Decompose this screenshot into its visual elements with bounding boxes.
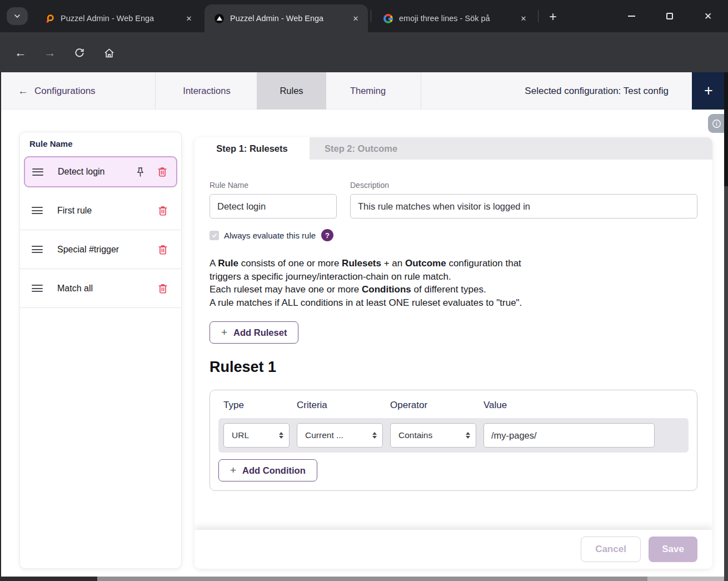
description-input[interactable] bbox=[350, 194, 697, 219]
nav-separator bbox=[421, 72, 421, 110]
rules-sidebar: Rule Name Detect login First rule bbox=[19, 132, 182, 569]
horizontal-scrollbar-thumb[interactable] bbox=[97, 577, 647, 581]
browser-window: Puzzel Admin - Web Enga ✕ Puzzel Admin -… bbox=[0, 0, 728, 581]
tab-google-search[interactable]: emoji three lines - Sök på ✕ bbox=[373, 4, 536, 32]
delete-rule-button[interactable] bbox=[156, 204, 169, 217]
delete-rule-button[interactable] bbox=[156, 243, 169, 256]
delete-rule-button[interactable] bbox=[156, 282, 169, 295]
description-label: Description bbox=[350, 181, 697, 190]
plus-icon: + bbox=[221, 326, 227, 339]
tab-search-button[interactable] bbox=[7, 7, 28, 25]
nav-separator bbox=[155, 72, 156, 110]
trash-icon bbox=[157, 205, 169, 217]
tab-step2-outcome[interactable]: Step 2: Outcome bbox=[310, 137, 397, 160]
condition-value-input[interactable] bbox=[483, 423, 655, 448]
condition-card: Type Criteria Operator Value URL Current… bbox=[210, 390, 697, 491]
plus-icon: + bbox=[230, 464, 236, 476]
pin-icon bbox=[134, 166, 146, 178]
sidebar-header: Rule Name bbox=[29, 139, 181, 148]
tab-puzzel-admin-2-active[interactable]: Puzzel Admin - Web Enga ✕ bbox=[205, 4, 368, 32]
app-top-nav: ← Configurations Interactions Rules Them… bbox=[1, 72, 725, 110]
delete-rule-button[interactable] bbox=[156, 165, 169, 178]
browser-toolbar: ← → localhost:3000/#/config/6cd93b6a-...… bbox=[0, 32, 728, 72]
operator-select-value: Contains bbox=[398, 430, 432, 440]
tab-separator bbox=[538, 10, 538, 22]
add-configuration-button[interactable]: + bbox=[692, 72, 725, 110]
nav-item-interactions[interactable]: Interactions bbox=[168, 72, 246, 110]
select-arrows-icon bbox=[466, 432, 470, 439]
condition-row: URL Current ... Contains bbox=[218, 418, 689, 453]
puzzel-logo-icon bbox=[44, 13, 54, 23]
tab-title: emoji three lines - Sök på bbox=[399, 14, 517, 23]
add-condition-button[interactable]: + Add Condition bbox=[218, 459, 317, 481]
vertical-scrollbar[interactable] bbox=[724, 72, 728, 581]
help-button[interactable]: ? bbox=[321, 229, 333, 241]
cancel-button[interactable]: Cancel bbox=[581, 537, 641, 562]
explanation-line: Each ruleset may have one or more Condit… bbox=[210, 283, 697, 296]
horizontal-scrollbar[interactable] bbox=[0, 577, 728, 581]
ruleset-title: Ruleset 1 bbox=[210, 359, 697, 376]
column-header-type: Type bbox=[223, 400, 290, 411]
vertical-scrollbar-thumb[interactable] bbox=[724, 72, 728, 186]
type-select-value: URL bbox=[232, 430, 249, 440]
nav-back-label: Configurations bbox=[34, 86, 96, 97]
condition-headers: Type Criteria Operator Value bbox=[218, 400, 689, 411]
type-select[interactable]: URL bbox=[223, 423, 290, 448]
browser-tab-strip: Puzzel Admin - Web Enga ✕ Puzzel Admin -… bbox=[0, 0, 728, 32]
rule-name: Match all bbox=[57, 284, 156, 294]
home-button[interactable] bbox=[101, 44, 117, 61]
reload-button[interactable] bbox=[71, 44, 88, 61]
info-icon bbox=[711, 118, 722, 129]
chevron-down-icon bbox=[13, 12, 22, 21]
window-close-button[interactable]: ✕ bbox=[695, 0, 721, 32]
nav-back-configurations[interactable]: ← Configurations bbox=[18, 72, 96, 110]
close-tab-icon[interactable]: ✕ bbox=[182, 12, 196, 25]
rule-item[interactable]: Special #trigger bbox=[20, 230, 181, 269]
rule-name-field-group: Rule Name bbox=[210, 181, 337, 219]
save-button[interactable]: Save bbox=[649, 537, 697, 562]
criteria-select-value: Current ... bbox=[305, 430, 343, 440]
rule-item[interactable]: Match all bbox=[20, 269, 181, 308]
close-tab-icon[interactable]: ✕ bbox=[349, 12, 362, 25]
rule-name-input[interactable] bbox=[210, 194, 337, 219]
maximize-icon bbox=[666, 13, 673, 19]
new-tab-button[interactable]: + bbox=[543, 9, 562, 24]
scrollbar-corner bbox=[724, 577, 728, 581]
tab-title: Puzzel Admin - Web Enga bbox=[61, 14, 182, 23]
operator-select[interactable]: Contains bbox=[390, 423, 476, 448]
column-header-value: Value bbox=[483, 400, 507, 411]
drag-handle-icon[interactable] bbox=[32, 246, 43, 253]
tab-puzzel-admin-1[interactable]: Puzzel Admin - Web Enga ✕ bbox=[34, 4, 201, 32]
select-arrows-icon bbox=[279, 432, 283, 439]
google-favicon-icon bbox=[383, 14, 393, 23]
rule-name: Special #trigger bbox=[57, 245, 156, 255]
close-tab-icon[interactable]: ✕ bbox=[517, 12, 530, 25]
criteria-select[interactable]: Current ... bbox=[297, 423, 383, 448]
window-maximize-button[interactable] bbox=[657, 0, 682, 32]
nav-item-rules[interactable]: Rules bbox=[257, 72, 326, 110]
rule-item-selected[interactable]: Detect login bbox=[24, 156, 177, 187]
rule-editor-body: Rule Name Description Always evaluate th… bbox=[195, 181, 712, 491]
drag-handle-icon[interactable] bbox=[32, 285, 43, 292]
window-minimize-button[interactable] bbox=[619, 0, 644, 32]
explanation-line: A rule matches if ALL conditions in at l… bbox=[210, 296, 697, 310]
horizontal-scrollbar-track bbox=[647, 577, 724, 581]
drag-handle-icon[interactable] bbox=[32, 168, 43, 176]
rule-item[interactable]: First rule bbox=[20, 191, 181, 230]
reload-icon bbox=[74, 47, 85, 58]
tab-step1-rulesets[interactable]: Step 1: Rulesets bbox=[195, 137, 310, 160]
drag-handle-icon[interactable] bbox=[32, 207, 43, 214]
step-tabs: Step 1: Rulesets Step 2: Outcome bbox=[195, 137, 712, 160]
rule-list: First rule Special #trigger Match all bbox=[20, 191, 181, 308]
trash-icon bbox=[156, 166, 168, 178]
dark-triangle-favicon-icon bbox=[215, 14, 224, 23]
selected-configuration-label: Selected configuration: Test config bbox=[525, 72, 669, 110]
pin-rule-button[interactable] bbox=[133, 165, 147, 178]
add-ruleset-button[interactable]: + Add Ruleset bbox=[210, 321, 298, 344]
always-evaluate-checkbox[interactable] bbox=[210, 231, 219, 240]
nav-label: Interactions bbox=[183, 86, 230, 96]
info-button[interactable] bbox=[708, 114, 725, 133]
back-button[interactable]: ← bbox=[12, 44, 29, 61]
forward-button[interactable]: → bbox=[42, 44, 58, 61]
nav-item-theming[interactable]: Theming bbox=[332, 72, 404, 110]
